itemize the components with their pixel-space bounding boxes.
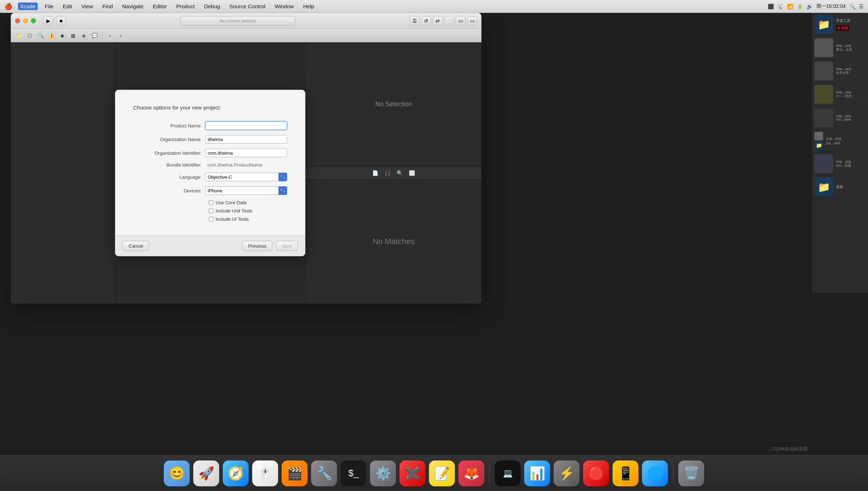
test-icon[interactable]: ◆ xyxy=(57,31,67,40)
include-unit-tests-label: Include Unit Tests xyxy=(216,208,252,214)
project-nav-icon[interactable]: 📁 xyxy=(14,31,24,40)
run-button[interactable]: ▶ xyxy=(43,16,53,25)
thumb-item-4[interactable]: snip....png07--（优化） xyxy=(812,83,868,106)
thumb-img-1: 📁 xyxy=(814,15,833,34)
title-bar: ▶ ■ No scheme selected ☰ ↺ ⇄ ⬜ ▭ ▭ xyxy=(11,13,481,29)
xmind-icon: ✖️ xyxy=(405,466,421,481)
org-name-input[interactable] xyxy=(205,135,287,144)
dock-console[interactable]: 💻 xyxy=(495,460,521,486)
fullscreen-button[interactable] xyxy=(31,18,36,23)
left-sidebar xyxy=(11,42,115,304)
dock-settings[interactable]: ⚙️ xyxy=(370,460,396,486)
issues-icon[interactable]: ⚠️ xyxy=(47,31,56,40)
dock-terminal[interactable]: $_ xyxy=(341,460,366,486)
menubar-item-file[interactable]: File xyxy=(43,3,56,10)
dock-tools[interactable]: 🔧 xyxy=(311,460,337,486)
dock-launchpad[interactable]: 🚀 xyxy=(193,460,219,486)
include-ui-tests-checkbox[interactable] xyxy=(209,217,213,221)
language-select[interactable]: Objective-C Swift xyxy=(205,173,287,181)
thumb-img-7 xyxy=(814,154,833,173)
menubar-item-view[interactable]: View xyxy=(79,3,95,10)
thumb-label-1: 开发工具 未·视频 xyxy=(836,18,865,31)
devices-select[interactable]: iPhone iPad Universal xyxy=(205,186,287,195)
menubar-item-debug[interactable]: Debug xyxy=(202,3,222,10)
org-id-row: Organization Identifier: xyxy=(133,149,287,157)
include-unit-tests-checkbox[interactable] xyxy=(209,209,213,213)
rp-inspect-icon[interactable]: 🔍 xyxy=(395,168,405,178)
dock-parallels[interactable]: ⚡ xyxy=(554,460,580,486)
menubar-item-edit[interactable]: Edit xyxy=(61,3,74,10)
previous-button[interactable]: Previous xyxy=(242,241,273,251)
minimize-button[interactable] xyxy=(23,18,28,23)
list-view-button[interactable]: ☰ xyxy=(410,16,420,25)
thumb-img-2 xyxy=(814,38,833,57)
use-core-data-checkbox[interactable] xyxy=(209,200,213,205)
footer-right: Previous Next xyxy=(242,241,298,251)
rp-file-icon[interactable]: 📄 xyxy=(371,168,380,178)
apple-menu-icon[interactable]: 🍎 xyxy=(4,3,12,10)
thumb-item-6[interactable]: 📁 注命...件夹ZJL...etail xyxy=(812,130,868,152)
dock-mouse[interactable]: 🖱️ xyxy=(252,460,278,486)
dock-pocket[interactable]: 🦊 xyxy=(458,460,484,486)
scheme-selector[interactable]: No scheme selected xyxy=(180,16,295,25)
next-button[interactable]: Next xyxy=(276,241,298,251)
symbol-nav-icon[interactable]: ⬡ xyxy=(25,31,34,40)
back-nav[interactable]: ‹ xyxy=(105,31,115,40)
dock-apps2[interactable]: 📱 xyxy=(613,460,638,486)
dock-activity[interactable]: 📊 xyxy=(524,460,550,486)
nav-button[interactable]: ⇄ xyxy=(433,16,443,25)
thumb-item-8[interactable]: 📁 桌面 xyxy=(812,176,868,199)
breakpoints-icon[interactable]: ◈ xyxy=(79,31,88,40)
thumb-item-2[interactable]: snip....png第13...业准 xyxy=(812,36,868,60)
refresh-button[interactable]: ↺ xyxy=(421,16,431,25)
menubar-item-editor[interactable]: Editor xyxy=(151,3,169,10)
disconnect-icon: 🔴 xyxy=(588,466,604,481)
dock-video[interactable]: 🎬 xyxy=(282,460,308,486)
video-icon: 🎬 xyxy=(287,466,303,481)
menubar-item-window[interactable]: Window xyxy=(272,3,296,10)
dock-disconnect[interactable]: 🔴 xyxy=(583,460,609,486)
menubar-right: ⬛ 📡 📶 🔋 🔊 周一16:02:04 🔍 ☰ xyxy=(768,3,864,10)
right-panel-top: No Selection xyxy=(306,42,481,167)
dialog-footer: Cancel Previous Next xyxy=(115,235,305,256)
notes-icon: 📝 xyxy=(434,466,450,481)
mouse-icon: 🖱️ xyxy=(259,467,272,480)
cancel-button[interactable]: Cancel xyxy=(123,241,149,251)
menubar-item-product[interactable]: Product xyxy=(174,3,197,10)
dock-notes[interactable]: 📝 xyxy=(429,460,455,486)
report-icon[interactable]: 💬 xyxy=(90,31,99,40)
menubar-item-xcode[interactable]: Xcode xyxy=(18,3,38,10)
thumb-item-7[interactable]: snip....pngios1...试题 xyxy=(812,152,868,176)
dock-safari[interactable]: 🧭 xyxy=(223,460,249,486)
debug-icon[interactable]: ▦ xyxy=(68,31,78,40)
split-view-button[interactable]: ⬜ xyxy=(444,16,454,25)
rp-layout-icon[interactable]: ⬜ xyxy=(407,168,417,178)
devices-row: Devices: iPhone iPad Universal ⌃⌄ xyxy=(133,186,287,195)
thumb-item-5[interactable]: snip....pngKSI...aster xyxy=(812,106,868,130)
menubar-item-navigate[interactable]: Navigate xyxy=(120,3,146,10)
file-thumbnails-panel: 📁 开发工具 未·视频 snip....png第13...业准 snip....… xyxy=(811,13,868,293)
product-name-row: Product Name: xyxy=(133,121,287,130)
search-menubar-icon[interactable]: 🔍 xyxy=(849,4,855,9)
layout-button-2[interactable]: ▭ xyxy=(467,16,477,25)
notification-icon[interactable]: ☰ xyxy=(859,4,864,9)
thumb-item-3[interactable]: snip....png车月分享 xyxy=(812,60,868,83)
dock-xmind[interactable]: ✖️ xyxy=(400,460,425,486)
dock-trash[interactable]: 🗑️ xyxy=(678,460,704,486)
product-name-input[interactable] xyxy=(205,121,287,130)
dock-finder[interactable]: 😊 xyxy=(164,460,190,486)
close-button[interactable] xyxy=(15,18,20,23)
rp-code-icon[interactable]: { } xyxy=(383,168,392,178)
thumb-item-1[interactable]: 📁 开发工具 未·视频 xyxy=(812,13,868,36)
search-nav-icon[interactable]: 🔍 xyxy=(36,31,45,40)
dock-apps3[interactable]: 🌐 xyxy=(642,460,668,486)
org-id-input[interactable] xyxy=(205,149,287,157)
stop-button[interactable]: ■ xyxy=(56,16,66,25)
menubar-item-help[interactable]: Help xyxy=(301,3,317,10)
menubar-item-source-control[interactable]: Source Control xyxy=(227,3,267,10)
layout-button-1[interactable]: ▭ xyxy=(456,16,466,25)
menubar-item-find[interactable]: Find xyxy=(100,3,115,10)
forward-nav[interactable]: › xyxy=(116,31,125,40)
no-matches-text: No Matches xyxy=(373,237,415,246)
language-select-wrapper: Objective-C Swift ⌃⌄ xyxy=(205,173,287,181)
